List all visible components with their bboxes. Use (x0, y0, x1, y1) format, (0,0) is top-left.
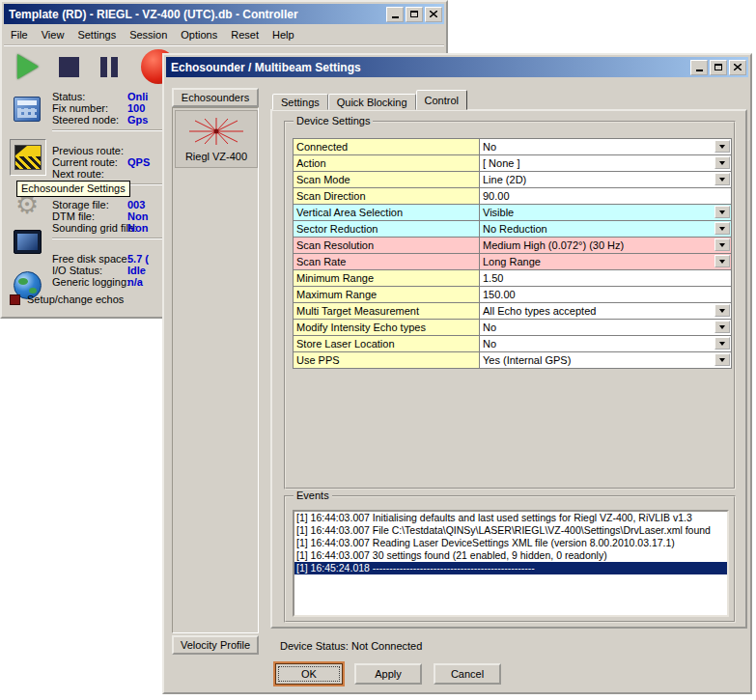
setting-value-text: 90.00 (483, 190, 510, 202)
chevron-down-icon (719, 325, 725, 329)
combo-dropdown-button[interactable] (714, 304, 730, 317)
event-log-line[interactable]: [1] 16:44:03.007 Reading Laser DeviceSet… (294, 537, 727, 549)
status-row: DTM file:Non (52, 210, 164, 222)
device-list-item[interactable]: Riegl VZ-400 (175, 110, 258, 168)
status-label: Previous route: (52, 145, 127, 156)
tab-control[interactable]: Control (416, 90, 467, 110)
status-row: Current route:QPS (52, 156, 164, 168)
setting-value[interactable]: Medium High (0.072°) (30 Hz) (480, 238, 732, 254)
close-button[interactable] (425, 7, 442, 22)
setting-value[interactable]: No (480, 139, 732, 155)
settings-table: ConnectedNoAction[ None ]Scan ModeLine (… (293, 138, 732, 369)
dialog-titlebar[interactable]: Echosounder / Multibeam Settings (166, 57, 748, 77)
setting-label: Modify Intensity Echo types (294, 320, 480, 336)
combo-dropdown-button[interactable] (714, 173, 730, 185)
combo-dropdown-button[interactable] (714, 353, 730, 366)
ok-button[interactable]: OK (275, 663, 343, 685)
combo-dropdown-button[interactable] (714, 222, 730, 235)
setting-value[interactable]: No (480, 320, 732, 336)
display-icon (14, 230, 42, 254)
event-log-line[interactable]: [1] 16:44:03.007 30 settings found (21 e… (294, 549, 727, 562)
status-value: Non (127, 210, 148, 222)
setting-value[interactable]: 90.00 (480, 188, 732, 205)
menu-reset[interactable]: Reset (224, 26, 266, 43)
status-value: 100 (127, 102, 145, 114)
setting-value[interactable]: No Reduction (480, 221, 732, 238)
main-titlebar[interactable]: Template (RD) - RIEGL - VZ-400 (UTC).db … (4, 4, 444, 24)
status-label: Steered node: (52, 114, 127, 126)
setting-value-text: No (483, 322, 496, 333)
play-button[interactable] (10, 49, 46, 84)
combo-dropdown-button[interactable] (714, 238, 730, 251)
status-label: Next route: (52, 168, 127, 180)
setting-value-text: Line (2D) (483, 174, 526, 185)
event-log-line[interactable]: [1] 16:45:24.018 -----------------------… (294, 562, 727, 574)
status-row: I/O Status:Idle (52, 265, 164, 276)
setting-row: ConnectedNo (294, 139, 732, 155)
velocity-profile-button[interactable]: Velocity Profile (172, 635, 259, 655)
setting-value[interactable]: Long Range (480, 254, 732, 270)
status-row: Free disk space:5.7 ( (52, 253, 164, 265)
tab-settings[interactable]: Settings (272, 94, 328, 110)
setting-value[interactable]: All Echo types accepted (480, 303, 732, 320)
combo-dropdown-button[interactable] (714, 321, 730, 333)
event-log-line[interactable]: [1] 16:44:03.007 Initialising defaults a… (294, 512, 727, 524)
echosounder-settings-button[interactable] (10, 139, 46, 176)
menu-options[interactable]: Options (174, 26, 224, 43)
combo-dropdown-button[interactable] (714, 337, 730, 350)
setting-value[interactable]: Line (2D) (480, 172, 732, 188)
echosounders-header[interactable]: Echosounders (172, 88, 259, 107)
combo-dropdown-button[interactable] (714, 140, 730, 153)
maximize-button[interactable] (406, 7, 423, 22)
status-message-row: Setup/change echos (10, 294, 124, 305)
combo-dropdown-button[interactable] (714, 255, 730, 267)
status-label: Current route: (52, 156, 127, 168)
status-led-icon (10, 294, 20, 305)
device-settings-group: Device Settings ConnectedNoAction[ None … (284, 121, 736, 490)
combo-dropdown-button[interactable] (714, 156, 730, 169)
minimize-button[interactable] (386, 7, 404, 22)
stop-button[interactable] (50, 49, 87, 84)
dialog-maximize-button[interactable] (710, 60, 727, 75)
menu-settings[interactable]: Settings (70, 26, 123, 43)
tab-quick-blocking[interactable]: Quick Blocking (328, 94, 416, 110)
echosounder-settings-dialog: Echosounder / Multibeam Settings Echosou… (162, 53, 752, 694)
setting-value[interactable]: [ None ] (480, 155, 732, 172)
events-list[interactable]: [1] 16:44:03.007 Initialising defaults a… (293, 510, 729, 617)
apply-button[interactable]: Apply (354, 663, 422, 685)
setting-row: Modify Intensity Echo typesNo (294, 320, 732, 336)
device-status: Device Status: Not Connected (280, 640, 422, 652)
menu-help[interactable]: Help (266, 26, 301, 43)
setting-label: Minimum Range (294, 270, 480, 287)
setting-row: Scan Direction90.00 (294, 188, 732, 205)
computation-icon (14, 97, 41, 122)
computation-setup-button[interactable] (10, 92, 44, 126)
setting-value[interactable]: Visible (480, 205, 732, 221)
setting-value-text: No (483, 338, 496, 350)
menu-session[interactable]: Session (123, 26, 174, 43)
setting-row: Scan ResolutionMedium High (0.072°) (30 … (294, 238, 732, 254)
status-group: Storage file:003DTM file:NonSounding gri… (52, 199, 164, 238)
status-label: Free disk space: (52, 253, 127, 265)
dialog-close-button[interactable] (729, 60, 746, 75)
dialog-minimize-button[interactable] (690, 60, 708, 75)
setting-row: Scan ModeLine (2D) (294, 172, 732, 188)
setting-value-text: 150.00 (483, 289, 516, 300)
pause-button[interactable] (91, 49, 127, 84)
tooltip: Echosounder Settings (16, 181, 130, 197)
menu-file[interactable]: File (4, 26, 35, 43)
setting-value[interactable]: 1.50 (480, 270, 732, 287)
setting-value[interactable]: 150.00 (480, 287, 732, 303)
setting-value-text: No Reduction (483, 223, 547, 235)
setting-label: Maximum Range (294, 287, 480, 303)
laser-scanner-icon (185, 116, 247, 149)
combo-dropdown-button[interactable] (714, 206, 730, 218)
setting-value[interactable]: No (480, 336, 732, 352)
chevron-down-icon (719, 358, 725, 362)
event-log-line[interactable]: [1] 16:44:03.007 File C:\Testdata\QINSy\… (294, 524, 727, 537)
chevron-down-icon (719, 342, 725, 346)
setting-value[interactable]: Yes (Internal GPS) (480, 352, 732, 369)
display-button[interactable] (10, 224, 44, 259)
menu-view[interactable]: View (35, 26, 71, 43)
cancel-button[interactable]: Cancel (434, 663, 501, 685)
